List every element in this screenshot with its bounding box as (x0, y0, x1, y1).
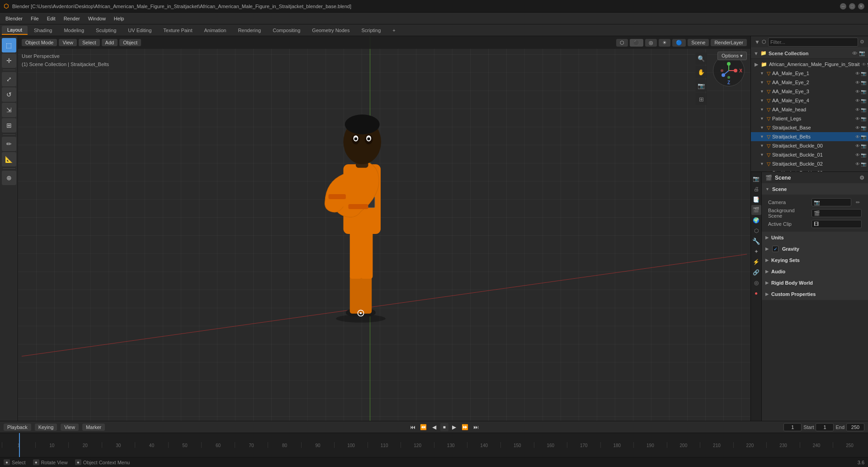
start-frame-input[interactable] (816, 423, 834, 431)
prop-options-btn[interactable]: ⚙ (859, 175, 864, 181)
tl-step-back[interactable]: ⏪ (419, 422, 429, 432)
tool-measure[interactable]: 📐 (2, 152, 16, 167)
gizmo-toggle[interactable]: 🔵 (672, 39, 686, 47)
gravity-checkbox[interactable]: ✓ (772, 246, 778, 252)
minimize-button[interactable]: ─ (840, 3, 846, 10)
prop-tab-world[interactable]: 🌍 (751, 215, 761, 225)
viewport-shading-render[interactable]: ☀ (659, 39, 670, 47)
prop-section-rigid-body-world-header[interactable]: ▶ Rigid Body World (762, 277, 868, 288)
viewport-object-menu[interactable]: Object (119, 39, 141, 46)
outliner-item-buckle02[interactable]: ▼ ▽ Straitjacket_Buckle_02 👁 📷 (751, 159, 868, 168)
timeline-ruler[interactable]: 1 10 20 30 40 50 60 70 80 90 100 110 120… (0, 433, 868, 457)
bg-scene-value[interactable]: 🎬 (811, 209, 862, 217)
prop-tab-data[interactable]: ◎ (751, 278, 761, 288)
prop-tab-object[interactable]: ⬡ (751, 226, 761, 236)
outliner-item-legs[interactable]: ▼ ▽ Patient_Legs 👁 📷 (751, 114, 868, 123)
prop-section-keying-sets-header[interactable]: ▶ Keying Sets (762, 255, 868, 266)
prop-tab-constraints[interactable]: 🔗 (751, 267, 761, 277)
outliner-item-eye4[interactable]: ▼ ▽ AA_Male_Eye_4 👁 📷 (751, 96, 868, 105)
outliner-item-buckle01[interactable]: ▼ ▽ Straitjacket_Buckle_01 👁 📷 (751, 150, 868, 159)
move-icon[interactable]: ✋ (695, 66, 707, 78)
tl-play-back[interactable]: ◀ (429, 422, 439, 432)
menu-window[interactable]: Window (85, 15, 109, 22)
viewport-shading-material[interactable]: ◎ (645, 39, 657, 47)
tab-sculpting[interactable]: Sculpting (90, 26, 122, 34)
timeline-keying-menu[interactable]: Keying (35, 424, 57, 431)
end-frame-input[interactable] (846, 423, 864, 431)
tab-rendering[interactable]: Rendering (232, 26, 266, 34)
render-layer-selector[interactable]: RenderLayer (711, 39, 747, 46)
menu-file[interactable]: File (27, 15, 42, 22)
tab-uv-editing[interactable]: UV Editing (123, 26, 157, 34)
tab-scripting[interactable]: Scripting (356, 26, 386, 34)
camera-edit-icon[interactable]: ✏ (854, 200, 862, 205)
outliner-item-eye2[interactable]: ▼ ▽ AA_Male_Eye_2 👁 📷 (751, 78, 868, 87)
active-clip-value[interactable]: 🎞 (811, 220, 862, 228)
prop-tab-view-layer[interactable]: 📑 (751, 195, 761, 205)
prop-tab-material[interactable]: ● (751, 288, 761, 298)
camera-value[interactable]: 📷 (811, 198, 851, 206)
viewport-select-menu[interactable]: Select (79, 39, 100, 46)
prop-section-audio-header[interactable]: ▶ Audio (762, 266, 868, 277)
tool-scale[interactable]: ⇲ (2, 103, 16, 117)
tool-transform[interactable]: ⊞ (2, 118, 16, 133)
close-button[interactable]: ✕ (858, 3, 864, 10)
outliner-item-eye3[interactable]: ▼ ▽ AA_Male_Eye_3 👁 📷 (751, 87, 868, 96)
timeline-marker-menu[interactable]: Marker (82, 424, 105, 431)
menu-edit[interactable]: Edit (43, 15, 59, 22)
outliner-item-buckle00[interactable]: ▼ ▽ Straitjacket_Buckle_00 👁 📷 (751, 141, 868, 150)
viewport[interactable]: Object Mode View Select Add Object ⬡ ⚫ ◎… (18, 36, 750, 421)
tab-compositing[interactable]: Compositing (267, 26, 306, 34)
viewport-add-menu[interactable]: Add (102, 39, 118, 46)
object-mode-selector[interactable]: Object Mode (22, 39, 57, 46)
tl-step-fwd[interactable]: ⏩ (460, 422, 470, 432)
tab-animation[interactable]: Animation (199, 26, 232, 34)
tool-move[interactable]: ⤢ (2, 72, 16, 86)
tab-texture-paint[interactable]: Texture Paint (158, 26, 198, 34)
prop-section-gravity-header[interactable]: ▶ ✓ Gravity (762, 243, 868, 254)
ortho-toggle-icon[interactable]: ⊞ (695, 93, 707, 105)
viewport-view-menu[interactable]: View (59, 39, 77, 46)
current-frame-input[interactable] (783, 423, 802, 431)
camera-view-icon[interactable]: 📷 (695, 80, 707, 91)
timeline-view-menu[interactable]: View (61, 424, 79, 431)
maximize-button[interactable]: □ (849, 3, 855, 10)
outliner-item-eye1[interactable]: ▼ ▽ AA_Male_Eye_1 👁 📷 (751, 69, 868, 78)
menu-help[interactable]: Help (110, 15, 128, 22)
prop-section-units-header[interactable]: ▶ Units (762, 232, 868, 243)
playhead[interactable] (19, 433, 20, 457)
tl-jump-start[interactable]: ⏮ (408, 422, 418, 432)
prop-section-scene-header[interactable]: ▼ Scene (762, 184, 868, 195)
tool-add[interactable]: ⊕ (2, 171, 16, 185)
tab-add[interactable]: + (387, 26, 401, 34)
prop-tab-output[interactable]: 🖨 (751, 184, 761, 194)
outliner-item-head[interactable]: ▼ ▽ AA_Male_head 👁 📷 (751, 105, 868, 114)
timeline-playback-menu[interactable]: Playback (4, 424, 31, 431)
scene-collection-expand-arrow[interactable]: ▼ (754, 51, 759, 56)
scene-selector[interactable]: Scene (688, 39, 709, 46)
prop-tab-particles[interactable]: ✦ (751, 247, 761, 257)
tool-rotate[interactable]: ↺ (2, 87, 16, 102)
tl-play[interactable]: ▶ (449, 422, 459, 432)
outliner-search-input[interactable] (768, 38, 858, 47)
tool-select-box[interactable]: ⬚ (2, 38, 16, 52)
viewport-overlays-btn[interactable]: ⬡ (616, 39, 628, 47)
tl-stop[interactable]: ■ (440, 423, 448, 431)
tool-cursor[interactable]: ✛ (2, 53, 16, 68)
menu-blender[interactable]: Blender (2, 15, 26, 22)
prop-tab-physics[interactable]: ⚡ (751, 257, 761, 267)
menu-render[interactable]: Render (60, 15, 84, 22)
outliner-item-buckle03[interactable]: ▼ ▽ Straitjacket_Buckle_03 👁 📷 (751, 168, 868, 172)
tab-layout[interactable]: Layout (2, 26, 28, 35)
viewport-shading-solid[interactable]: ⚫ (630, 39, 643, 47)
tab-modeling[interactable]: Modeling (58, 26, 90, 34)
tool-annotate[interactable]: ✏ (2, 137, 16, 151)
zoom-camera-icon[interactable]: 🔍 (695, 52, 707, 64)
options-button[interactable]: Options ▾ (717, 52, 747, 60)
outliner-item-collection[interactable]: ▶ 📁 African_American_Male_Figure_in_Stra… (751, 60, 868, 69)
prop-tab-render[interactable]: 📷 (751, 174, 761, 184)
prop-tab-modifier[interactable]: 🔧 (751, 236, 761, 246)
outliner-item-base[interactable]: ▼ ▽ Straitjacket_Base 👁 📷 (751, 123, 868, 132)
tab-shading[interactable]: Shading (28, 26, 57, 34)
outliner-item-belts[interactable]: ▼ ▽ Straitjacket_Belts 👁 📷 (751, 132, 868, 141)
